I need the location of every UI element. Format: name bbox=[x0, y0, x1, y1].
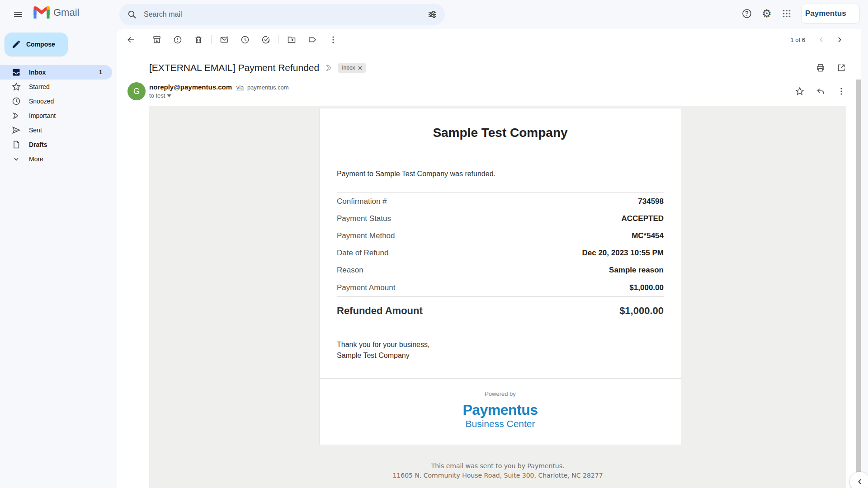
table-row: Payment Status ACCEPTED bbox=[337, 210, 664, 227]
pagination: 1 of 6 bbox=[790, 32, 856, 48]
pencil-icon bbox=[12, 40, 21, 49]
sender-avatar[interactable]: G bbox=[127, 82, 146, 100]
email-company-heading: Sample Test Company bbox=[337, 126, 664, 140]
print-button[interactable] bbox=[811, 59, 830, 77]
back-button[interactable] bbox=[122, 31, 140, 49]
clock-icon bbox=[12, 97, 21, 106]
account-chip[interactable]: Paymentus bbox=[801, 4, 860, 23]
payment-amount-row: Payment Amount $1,000.00 bbox=[337, 279, 664, 297]
search-input[interactable]: Search mail bbox=[144, 10, 423, 19]
email-body-background: Sample Test Company Payment to Sample Te… bbox=[149, 106, 846, 488]
older-button[interactable] bbox=[831, 32, 848, 48]
mail-view: 1 of 6 [EXTERNAL EMAIL] Payment Refunded… bbox=[117, 29, 861, 488]
detail-value: Sample reason bbox=[609, 266, 664, 275]
account-label: Paymentus bbox=[805, 9, 846, 18]
importance-marker-icon[interactable] bbox=[326, 64, 334, 71]
toolbar-divider bbox=[278, 35, 279, 44]
open-in-new-button[interactable] bbox=[832, 59, 850, 77]
refunded-amount-row: Refunded Amount $1,000.00 bbox=[337, 297, 664, 325]
google-apps-button[interactable] bbox=[777, 4, 797, 23]
reply-button[interactable] bbox=[811, 82, 830, 100]
sidebar-item-label: Important bbox=[29, 112, 56, 119]
chip-label: Inbox bbox=[342, 65, 355, 71]
sidebar-item-starred[interactable]: Starred bbox=[0, 80, 112, 94]
sidebar-nav: Inbox 1 Starred Snoozed Important bbox=[0, 65, 112, 166]
detail-label: Date of Refund bbox=[337, 249, 388, 258]
help-button[interactable] bbox=[737, 4, 757, 23]
detail-value: MC*5454 bbox=[632, 231, 664, 240]
detail-label: Confirmation # bbox=[337, 197, 387, 206]
star-icon bbox=[12, 82, 21, 91]
sidebar: Compose Inbox 1 Starred Snoozed bbox=[0, 29, 116, 488]
apps-grid-icon bbox=[782, 9, 791, 18]
sender-email: noreply@paymentus.com bbox=[149, 83, 232, 91]
sidebar-item-snoozed[interactable]: Snoozed bbox=[0, 94, 112, 108]
sidebar-item-label: Drafts bbox=[29, 141, 47, 148]
draft-icon bbox=[12, 140, 21, 149]
gear-icon: ⚙ bbox=[762, 8, 772, 19]
show-side-panel-button[interactable] bbox=[850, 472, 868, 488]
detail-label: Reason bbox=[337, 266, 363, 275]
sidebar-item-label: Inbox bbox=[29, 69, 46, 76]
sidebar-item-more[interactable]: More bbox=[0, 152, 112, 166]
gmail-logo: Gmail bbox=[33, 6, 79, 19]
powered-by-section: Powered by Paymentus Business Center bbox=[320, 379, 681, 445]
inbox-icon bbox=[12, 68, 21, 77]
detail-value: 734598 bbox=[638, 197, 664, 206]
compose-button[interactable]: Compose bbox=[5, 33, 68, 56]
snooze-button[interactable] bbox=[236, 31, 254, 49]
labels-button[interactable] bbox=[303, 31, 321, 49]
report-spam-button[interactable] bbox=[169, 31, 187, 49]
sidebar-item-inbox[interactable]: Inbox 1 bbox=[0, 65, 112, 80]
email-footer-text: This email was sent to you by Paymentus.… bbox=[149, 461, 846, 480]
main-menu-button[interactable] bbox=[7, 4, 29, 25]
subject-row: [EXTERNAL EMAIL] Payment Refunded Inbox bbox=[149, 59, 850, 77]
sidebar-item-label: Starred bbox=[29, 83, 50, 90]
add-to-tasks-button[interactable] bbox=[257, 31, 275, 49]
sender-row: G noreply@paymentus.com via paymentus.co… bbox=[127, 82, 850, 104]
search-bar[interactable]: Search mail bbox=[119, 4, 445, 25]
hamburger-icon bbox=[14, 12, 22, 17]
search-icon[interactable] bbox=[123, 5, 141, 23]
detail-label: Payment Amount bbox=[337, 283, 395, 292]
gmail-wordmark: Gmail bbox=[53, 7, 79, 19]
inbox-label-chip[interactable]: Inbox bbox=[338, 63, 365, 73]
via-domain: paymentus.com bbox=[247, 84, 289, 91]
table-row: Date of Refund Dec 20, 2023 10:55 PM bbox=[337, 244, 664, 262]
thank-you-text: Thank you for your business, Sample Test… bbox=[337, 339, 664, 361]
detail-value: ACCEPTED bbox=[621, 214, 664, 223]
table-row: Reason Sample reason bbox=[337, 262, 664, 279]
move-to-button[interactable] bbox=[283, 31, 301, 49]
caret-down-icon bbox=[167, 94, 171, 97]
sidebar-item-sent[interactable]: Sent bbox=[0, 123, 112, 137]
archive-button[interactable] bbox=[148, 31, 166, 49]
mail-toolbar: 1 of 6 bbox=[117, 29, 861, 51]
detail-value: $1,000.00 bbox=[629, 283, 664, 292]
topbar-actions: ⚙ Paymentus bbox=[737, 4, 860, 23]
chevron-down-icon bbox=[12, 155, 21, 164]
scrollbar[interactable] bbox=[856, 80, 861, 488]
email-intro-text: Payment to Sample Test Company was refun… bbox=[337, 170, 664, 178]
sidebar-item-label: Snoozed bbox=[29, 98, 54, 105]
sidebar-item-important[interactable]: Important bbox=[0, 108, 112, 123]
recipient-details-toggle[interactable]: to test bbox=[149, 92, 289, 99]
powered-by-text: Powered by bbox=[320, 390, 681, 397]
more-actions-button[interactable] bbox=[324, 31, 342, 49]
inbox-unread-count: 1 bbox=[99, 69, 102, 75]
detail-label: Payment Method bbox=[337, 231, 395, 240]
delete-button[interactable] bbox=[189, 31, 208, 49]
importance-marker-icon bbox=[12, 111, 21, 120]
table-row: Confirmation # 734598 bbox=[337, 193, 664, 210]
paymentus-logo-subtitle: Business Center bbox=[320, 418, 681, 429]
email-content-card: Sample Test Company Payment to Sample Te… bbox=[319, 108, 681, 445]
sidebar-item-drafts[interactable]: Drafts bbox=[0, 137, 112, 152]
search-options-icon[interactable] bbox=[423, 5, 441, 23]
paymentus-logo: Paymentus bbox=[320, 402, 681, 418]
mark-unread-button[interactable] bbox=[215, 31, 233, 49]
payment-details-table: Confirmation # 734598 Payment Status ACC… bbox=[337, 192, 664, 325]
chip-remove-icon[interactable] bbox=[358, 66, 362, 70]
message-more-button[interactable] bbox=[832, 82, 850, 100]
newer-button[interactable] bbox=[813, 32, 830, 48]
settings-button[interactable]: ⚙ bbox=[757, 4, 777, 23]
star-message-button[interactable] bbox=[791, 82, 809, 100]
